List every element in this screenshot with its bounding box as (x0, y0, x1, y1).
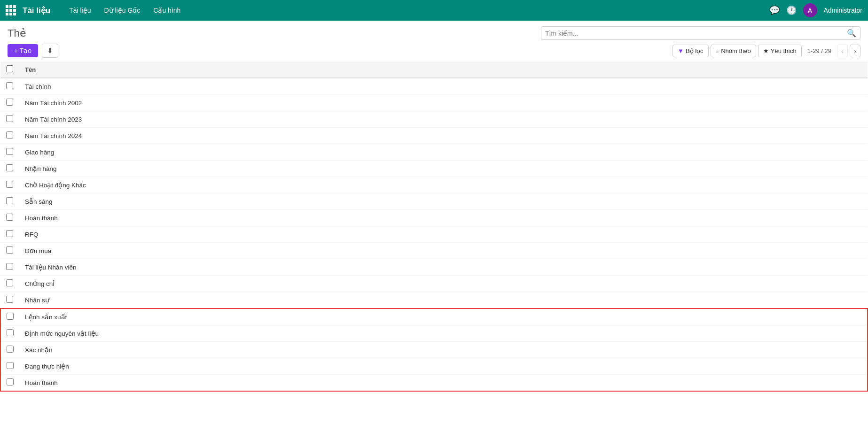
table-row: Hoàn thành (0, 210, 868, 226)
table-row: Đơn mua (0, 243, 868, 259)
nav-cau-hinh[interactable]: Cấu hình (148, 4, 186, 17)
row-checkbox[interactable] (6, 197, 13, 204)
row-name: Đơn mua (19, 243, 868, 259)
nav-du-lieu-goc[interactable]: Dữ liệu Gốc (98, 4, 146, 17)
table-row: Nhận hàng (0, 161, 868, 177)
table-row: Hoàn thành (0, 375, 868, 392)
row-checkbox[interactable] (6, 263, 13, 270)
chat-icon[interactable]: 💬 (769, 5, 780, 15)
row-checkbox[interactable] (7, 313, 14, 320)
select-all-checkbox[interactable] (6, 65, 13, 72)
row-name: Chứng chỉ (19, 276, 868, 292)
group-label: Nhóm theo (721, 47, 751, 54)
fav-label: Yêu thích (771, 47, 797, 54)
row-checkbox[interactable] (6, 181, 13, 188)
table-row: RFQ (0, 226, 868, 243)
table-row: Năm Tài chính 2002 (0, 95, 868, 111)
row-name: Tài liệu Nhân viên (19, 259, 868, 276)
table-row: Năm Tài chính 2023 (0, 111, 868, 128)
top-navigation: Tài liệu Tài liệu Dữ liệu Gốc Cấu hình 💬… (0, 0, 868, 21)
row-checkbox[interactable] (6, 99, 13, 106)
prev-page-button[interactable]: ‹ (837, 45, 848, 57)
next-page-button[interactable]: › (850, 45, 860, 57)
toolbar: + Tạo ⬇ ▼ Bộ lọc ≡ Nhóm theo ★ Yêu thích… (0, 40, 868, 62)
row-name: Năm Tài chính 2002 (19, 95, 868, 111)
table-row: Tài chính (0, 78, 868, 95)
table-row: Chứng chỉ (0, 276, 868, 292)
group-icon: ≡ (716, 47, 719, 54)
create-button[interactable]: + Tạo (8, 44, 38, 57)
row-name: Hoàn thành (19, 375, 868, 392)
row-name: Năm Tài chính 2023 (19, 111, 868, 128)
column-name-header: Tên (19, 62, 868, 78)
row-checkbox[interactable] (6, 296, 13, 303)
row-name: Năm Tài chính 2024 (19, 128, 868, 144)
table-row: Xác nhận (0, 342, 868, 358)
row-name: Nhân sự (19, 292, 868, 309)
filter-label: Bộ lọc (686, 47, 704, 54)
table-header-row: Tên (0, 62, 868, 78)
row-checkbox[interactable] (6, 214, 13, 221)
row-checkbox[interactable] (7, 362, 14, 369)
table-row: Giao hàng (0, 144, 868, 161)
search-input[interactable] (545, 30, 847, 37)
star-icon: ★ (763, 47, 769, 54)
table-row: Lệnh sản xuất (0, 308, 868, 325)
row-name: Chờ Hoạt động Khác (19, 177, 868, 193)
header-checkbox-cell (0, 62, 19, 78)
table-row: Chờ Hoạt động Khác (0, 177, 868, 193)
row-name: Xác nhận (19, 342, 868, 358)
row-name: Tài chính (19, 78, 868, 95)
row-checkbox[interactable] (6, 230, 13, 237)
app-grid-icon[interactable] (6, 5, 16, 15)
row-checkbox[interactable] (6, 115, 13, 122)
row-name: Giao hàng (19, 144, 868, 161)
avatar[interactable]: A (803, 3, 817, 17)
search-icon[interactable]: 🔍 (847, 29, 856, 38)
row-name: Hoàn thành (19, 210, 868, 226)
topnav-right: 💬 🕐 A Administrator (769, 3, 862, 17)
app-title: Tài liệu (23, 6, 50, 15)
username: Administrator (824, 7, 862, 14)
row-checkbox[interactable] (6, 164, 13, 171)
search-box: 🔍 (541, 26, 860, 40)
row-checkbox[interactable] (7, 329, 14, 336)
row-name: Lệnh sản xuất (19, 308, 868, 325)
row-name: Sẵn sàng (19, 193, 868, 210)
filter-icon: ▼ (678, 47, 684, 54)
toolbar-right: ▼ Bộ lọc ≡ Nhóm theo ★ Yêu thích 1-29 / … (673, 45, 860, 57)
table-row: Định mức nguyên vật liệu (0, 325, 868, 342)
row-name: Định mức nguyên vật liệu (19, 325, 868, 342)
row-checkbox[interactable] (6, 246, 13, 254)
pagination-info: 1-29 / 29 (807, 47, 831, 54)
group-by-button[interactable]: ≡ Nhóm theo (711, 45, 756, 57)
table-row: Nhân sự (0, 292, 868, 309)
data-table: Tên Tài chínhNăm Tài chính 2002Năm Tài c… (0, 62, 868, 392)
row-name: Đang thực hiện (19, 358, 868, 375)
table-row: Đang thực hiện (0, 358, 868, 375)
nav-menu: Tài liệu Dữ liệu Gốc Cấu hình (63, 4, 765, 17)
row-checkbox[interactable] (6, 131, 13, 139)
page-title: Thẻ (8, 27, 26, 39)
table-row: Sẵn sàng (0, 193, 868, 210)
row-checkbox[interactable] (7, 378, 14, 385)
clock-icon[interactable]: 🕐 (786, 5, 797, 15)
nav-tai-lieu[interactable]: Tài liệu (63, 4, 96, 17)
download-button[interactable]: ⬇ (42, 44, 58, 58)
filter-button[interactable]: ▼ Bộ lọc (673, 45, 709, 57)
row-checkbox[interactable] (6, 82, 13, 89)
row-checkbox[interactable] (6, 148, 13, 155)
row-checkbox[interactable] (7, 346, 14, 353)
row-checkbox[interactable] (6, 279, 13, 286)
row-name: Nhận hàng (19, 161, 868, 177)
table-row: Năm Tài chính 2024 (0, 128, 868, 144)
page-header: Thẻ 🔍 (0, 21, 868, 40)
row-name: RFQ (19, 226, 868, 243)
table-row: Tài liệu Nhân viên (0, 259, 868, 276)
favorites-button[interactable]: ★ Yêu thích (758, 45, 802, 57)
